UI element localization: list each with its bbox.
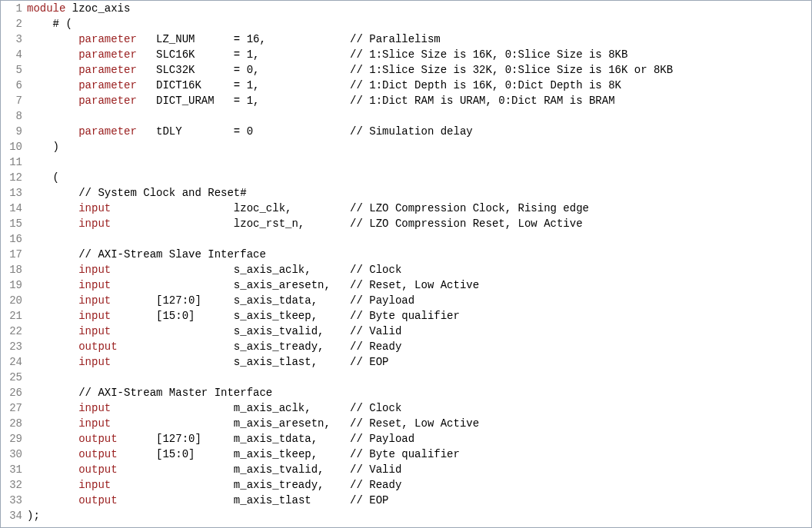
line-number: 8 bbox=[1, 108, 27, 124]
code-line: 11 bbox=[1, 154, 811, 170]
code-line: 29 output [127:0] m_axis_tdata, // Paylo… bbox=[1, 431, 811, 447]
line-number: 13 bbox=[1, 185, 27, 201]
line-number: 16 bbox=[1, 231, 27, 247]
code-line: 14 input lzoc_clk, // LZO Compression Cl… bbox=[1, 201, 811, 216]
line-number: 10 bbox=[1, 139, 27, 154]
line-number: 18 bbox=[1, 262, 27, 277]
code-line: 26 // AXI-Stream Master Interface bbox=[1, 385, 811, 400]
code-line: 23 output s_axis_tready, // Ready bbox=[1, 339, 811, 354]
code-text bbox=[27, 370, 811, 385]
code-text: # ( bbox=[27, 16, 811, 32]
code-text: input s_axis_tvalid, // Valid bbox=[27, 324, 811, 339]
code-text: output [15:0] m_axis_tkeep, // Byte qual… bbox=[27, 447, 811, 462]
code-line: 20 input [127:0] s_axis_tdata, // Payloa… bbox=[1, 293, 811, 308]
code-line: 3 parameter LZ_NUM = 16, // Parallelism bbox=[1, 32, 811, 47]
code-line: 34); bbox=[1, 508, 811, 523]
line-number: 20 bbox=[1, 293, 27, 308]
code-text: parameter LZ_NUM = 16, // Parallelism bbox=[27, 32, 811, 47]
line-number: 28 bbox=[1, 416, 27, 431]
line-number: 27 bbox=[1, 400, 27, 416]
code-line: 18 input s_axis_aclk, // Clock bbox=[1, 262, 811, 277]
code-text: parameter DICT16K = 1, // 1:Dict Depth i… bbox=[27, 78, 811, 93]
code-text: input lzoc_rst_n, // LZO Compression Res… bbox=[27, 216, 811, 231]
code-text: output [127:0] m_axis_tdata, // Payload bbox=[27, 431, 811, 447]
code-line: 24 input s_axis_tlast, // EOP bbox=[1, 354, 811, 370]
code-text: ) bbox=[27, 139, 811, 154]
code-text bbox=[27, 231, 811, 247]
code-text: // AXI-Stream Slave Interface bbox=[27, 247, 811, 262]
code-text: parameter DICT_URAM = 1, // 1:Dict RAM i… bbox=[27, 93, 811, 108]
line-number: 7 bbox=[1, 93, 27, 108]
code-line: 22 input s_axis_tvalid, // Valid bbox=[1, 324, 811, 339]
line-number: 22 bbox=[1, 324, 27, 339]
line-number: 31 bbox=[1, 462, 27, 477]
code-text: module lzoc_axis bbox=[27, 1, 811, 16]
line-number: 2 bbox=[1, 16, 27, 32]
code-line: 31 output m_axis_tvalid, // Valid bbox=[1, 462, 811, 477]
line-number: 33 bbox=[1, 493, 27, 508]
code-text bbox=[27, 154, 811, 170]
code-text bbox=[27, 108, 811, 124]
line-number: 24 bbox=[1, 354, 27, 370]
line-number: 19 bbox=[1, 277, 27, 293]
code-line: 27 input m_axis_aclk, // Clock bbox=[1, 400, 811, 416]
code-text: input [127:0] s_axis_tdata, // Payload bbox=[27, 293, 811, 308]
code-text: input [15:0] s_axis_tkeep, // Byte quali… bbox=[27, 308, 811, 324]
code-line: 7 parameter DICT_URAM = 1, // 1:Dict RAM… bbox=[1, 93, 811, 108]
code-line: 28 input m_axis_aresetn, // Reset, Low A… bbox=[1, 416, 811, 431]
code-line: 30 output [15:0] m_axis_tkeep, // Byte q… bbox=[1, 447, 811, 462]
code-text: // System Clock and Reset# bbox=[27, 185, 811, 201]
code-line: 13 // System Clock and Reset# bbox=[1, 185, 811, 201]
code-text: parameter tDLY = 0 // Simulation delay bbox=[27, 124, 811, 139]
line-number: 5 bbox=[1, 62, 27, 78]
line-number: 1 bbox=[1, 1, 27, 16]
code-line: 17 // AXI-Stream Slave Interface bbox=[1, 247, 811, 262]
code-line: 9 parameter tDLY = 0 // Simulation delay bbox=[1, 124, 811, 139]
code-text: input m_axis_aclk, // Clock bbox=[27, 400, 811, 416]
code-text: ); bbox=[27, 508, 811, 523]
code-text: input lzoc_clk, // LZO Compression Clock… bbox=[27, 201, 811, 216]
code-text: input m_axis_aresetn, // Reset, Low Acti… bbox=[27, 416, 811, 431]
code-line: 5 parameter SLC32K = 0, // 1:Slice Size … bbox=[1, 62, 811, 78]
line-number: 12 bbox=[1, 170, 27, 185]
code-text: output s_axis_tready, // Ready bbox=[27, 339, 811, 354]
code-line: 15 input lzoc_rst_n, // LZO Compression … bbox=[1, 216, 811, 231]
code-line: 16 bbox=[1, 231, 811, 247]
code-text: input m_axis_tready, // Ready bbox=[27, 477, 811, 493]
line-number: 15 bbox=[1, 216, 27, 231]
line-number: 32 bbox=[1, 477, 27, 493]
line-number: 29 bbox=[1, 431, 27, 447]
code-line: 32 input m_axis_tready, // Ready bbox=[1, 477, 811, 493]
code-container: 1module lzoc_axis2 # (3 parameter LZ_NUM… bbox=[1, 1, 811, 523]
line-number: 34 bbox=[1, 508, 27, 523]
line-number: 4 bbox=[1, 47, 27, 62]
code-text: input s_axis_aclk, // Clock bbox=[27, 262, 811, 277]
code-line: 2 # ( bbox=[1, 16, 811, 32]
code-line: 25 bbox=[1, 370, 811, 385]
code-line: 8 bbox=[1, 108, 811, 124]
code-text: parameter SLC16K = 1, // 1:Slice Size is… bbox=[27, 47, 811, 62]
code-line: 12 ( bbox=[1, 170, 811, 185]
line-number: 25 bbox=[1, 370, 27, 385]
line-number: 3 bbox=[1, 32, 27, 47]
line-number: 6 bbox=[1, 78, 27, 93]
line-number: 23 bbox=[1, 339, 27, 354]
code-text: input s_axis_aresetn, // Reset, Low Acti… bbox=[27, 277, 811, 293]
line-number: 9 bbox=[1, 124, 27, 139]
code-line: 1module lzoc_axis bbox=[1, 1, 811, 16]
line-number: 21 bbox=[1, 308, 27, 324]
code-line: 10 ) bbox=[1, 139, 811, 154]
line-number: 11 bbox=[1, 154, 27, 170]
code-text: input s_axis_tlast, // EOP bbox=[27, 354, 811, 370]
code-text: // AXI-Stream Master Interface bbox=[27, 385, 811, 400]
code-line: 19 input s_axis_aresetn, // Reset, Low A… bbox=[1, 277, 811, 293]
code-line: 4 parameter SLC16K = 1, // 1:Slice Size … bbox=[1, 47, 811, 62]
code-text: ( bbox=[27, 170, 811, 185]
code-line: 21 input [15:0] s_axis_tkeep, // Byte qu… bbox=[1, 308, 811, 324]
code-line: 6 parameter DICT16K = 1, // 1:Dict Depth… bbox=[1, 78, 811, 93]
code-text: parameter SLC32K = 0, // 1:Slice Size is… bbox=[27, 62, 811, 78]
line-number: 26 bbox=[1, 385, 27, 400]
code-text: output m_axis_tlast // EOP bbox=[27, 493, 811, 508]
line-number: 17 bbox=[1, 247, 27, 262]
code-text: output m_axis_tvalid, // Valid bbox=[27, 462, 811, 477]
